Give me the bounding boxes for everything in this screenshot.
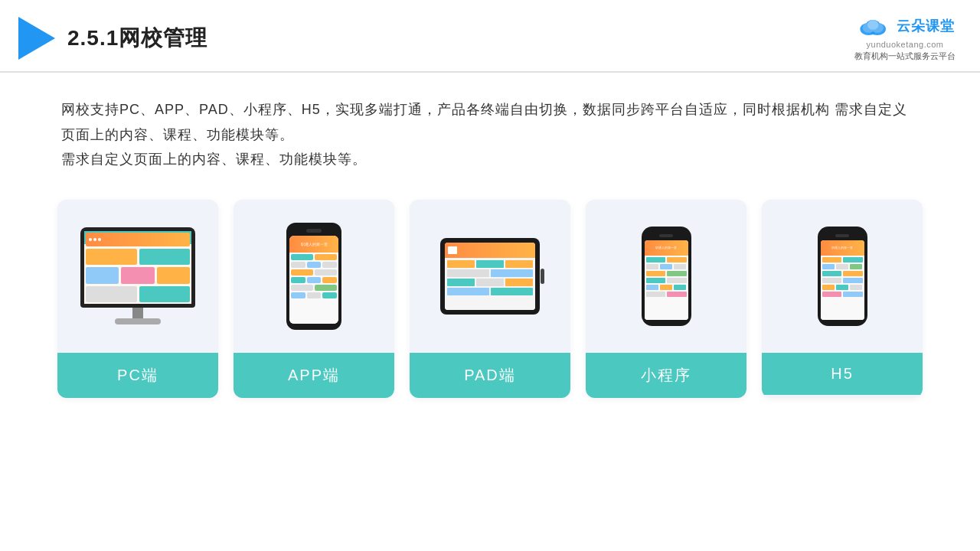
card-pad-label: PAD端 (410, 353, 570, 398)
miniapp-phone-icon: 职通人的第一堂 (642, 227, 691, 326)
logo-triangle-icon (18, 17, 55, 60)
card-app-label: APP端 (234, 353, 394, 398)
card-miniapp-label: 小程序 (586, 353, 746, 398)
card-pad-image (410, 200, 570, 353)
card-pad: PAD端 (410, 200, 570, 398)
header: 2.5.1网校管理 云朵课堂 yunduoketang.com 教育机构一站式服… (0, 0, 980, 73)
pad-device-icon (440, 238, 540, 315)
brand-logo: 云朵课堂 (855, 14, 955, 38)
card-pc-image (57, 200, 218, 353)
card-app-image: 职通人的第一堂 (234, 200, 394, 353)
brand-name: 云朵课堂 (897, 17, 955, 35)
page-title: 2.5.1网校管理 (67, 24, 207, 53)
brand-subtitle: 教育机构一站式服务云平台 (854, 51, 956, 62)
card-pc: PC端 (57, 200, 218, 398)
header-left: 2.5.1网校管理 (18, 17, 207, 60)
card-h5-label: H5 (762, 353, 923, 395)
brand-url: yunduoketang.com (867, 40, 944, 49)
description-text: 网校支持PC、APP、PAD、小程序、H5，实现多端打通，产品各终端自由切换，数… (0, 73, 980, 184)
app-phone-icon: 职通人的第一堂 (286, 223, 341, 330)
card-pc-label: PC端 (57, 353, 218, 398)
card-h5-image: 职通人的第一堂 (762, 200, 923, 353)
card-miniapp: 职通人的第一堂 (586, 200, 746, 398)
cards-container: PC端 职通人的第一堂 (0, 184, 980, 413)
card-h5: 职通人的第一堂 (762, 200, 923, 398)
h5-phone-icon: 职通人的第一堂 (818, 227, 867, 326)
card-miniapp-image: 职通人的第一堂 (586, 200, 746, 353)
header-right: 云朵课堂 yunduoketang.com 教育机构一站式服务云平台 (854, 14, 956, 62)
pc-monitor-icon (80, 227, 195, 324)
cloud-icon (855, 14, 892, 38)
svg-point-5 (867, 20, 878, 30)
card-app: 职通人的第一堂 (234, 200, 394, 398)
